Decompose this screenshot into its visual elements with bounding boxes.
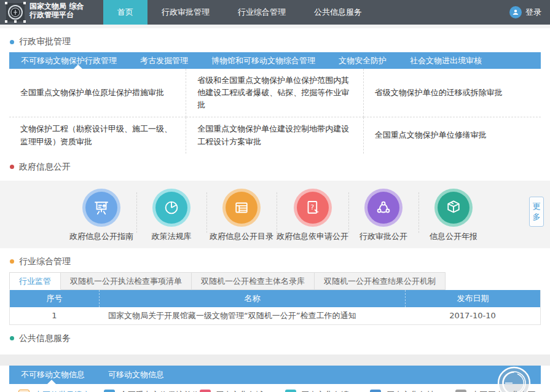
legend-label: 历史文化名镇 [301, 390, 349, 392]
approval-tab-entry-exit[interactable]: 社会文物进出境审核 [398, 52, 493, 69]
gov-info-item-approval-open[interactable]: 行政审批公开 [348, 189, 418, 242]
industry-section-title: 行业综合管理 [19, 256, 71, 267]
approval-items-grid: 全国重点文物保护单位原址保护措施审批 省级和全国重点文物保护单位保护范围内其他建… [9, 69, 541, 154]
more-button[interactable]: 更多 [529, 197, 544, 227]
city-icon: ▣ [200, 390, 211, 392]
public-service-section-header: 公共信息服务 [0, 325, 550, 349]
gov-info-label: 政府信息公开目录 [210, 231, 273, 242]
gov-info-label: 政府信息公开指南 [69, 231, 133, 242]
red-dot-icon [10, 165, 14, 169]
historic-block-icon: ▦ [455, 390, 466, 392]
login-label: 登录 [525, 7, 541, 18]
legend-key-protected-sites[interactable]: ★ 全国重点文物保护单位 [104, 390, 200, 392]
active-tab-indicator [74, 65, 82, 69]
cube-box-icon [438, 192, 469, 224]
nav-item-industry[interactable]: 行业综合管理 [224, 0, 300, 25]
presentation-board-icon [85, 192, 117, 224]
approval-tab-safety[interactable]: 文物安全防护 [327, 52, 398, 69]
gov-info-section-header: 政府信息公开 [0, 154, 550, 178]
nav-item-public-service[interactable]: 公共信息服务 [300, 0, 376, 25]
column-header-no: 序号 [10, 293, 99, 304]
industry-tab-inspection-list[interactable]: 双随机一公开执法检查事项清单 [61, 272, 192, 290]
gov-info-item-guide[interactable]: 政府信息公开指南 [66, 189, 136, 242]
pie-chart-icon [155, 192, 187, 224]
gov-info-label: 政府信息依申请公开 [277, 231, 348, 242]
share-network-icon [367, 192, 399, 224]
gov-info-label: 信息公开年报 [430, 231, 477, 242]
main-nav: 首页 行政审批管理 行业综合管理 公共信息服务 [103, 0, 376, 25]
legend-historic-village[interactable]: ▲ 历史文化名村 [370, 390, 455, 392]
green-dot-icon [10, 336, 14, 340]
heritage-house-icon: ⌂ [18, 390, 29, 392]
row-notice-title[interactable]: 国家文物局关于开展馆藏一级文物管理“双随机一公开”检查工作的通知 [99, 310, 405, 321]
industry-tab-supervision[interactable]: 行业监管 [9, 272, 61, 290]
approval-item[interactable]: 全国重点文物保护单位建设控制地带内建设工程设计方案审批 [186, 117, 363, 153]
approval-tab-archaeology[interactable]: 考古发掘管理 [128, 52, 200, 69]
approval-tab-museum[interactable]: 博物馆和可移动文物综合管理 [200, 52, 327, 69]
legend-label: 历史文化名村 [386, 390, 434, 392]
column-header-name: 名称 [99, 290, 405, 307]
gov-info-item-policy[interactable]: 政策法规库 [136, 189, 206, 242]
site-logo [6, 3, 25, 22]
column-header-date: 发布日期 [405, 290, 540, 307]
gov-info-item-annual-report[interactable]: 信息公开年报 [418, 189, 489, 242]
star-icon: ★ [104, 390, 115, 392]
gov-info-icon-row: 政府信息公开指南 政策法规库 政府信息公开目录 ? [66, 189, 489, 242]
gov-info-label: 政策法规库 [152, 231, 192, 242]
gov-info-label: 行政审批公开 [359, 231, 407, 242]
user-avatar-icon [509, 6, 522, 18]
approval-section-title: 行政审批管理 [19, 36, 71, 47]
legend-label: 中国的世界遗产 [34, 390, 90, 392]
industry-tabbar: 行业监管 双随机一公开执法检查事项清单 双随机一公开检查主体名录库 双随机一公开… [9, 272, 541, 290]
approval-item[interactable]: 全国重点文物保护单位修缮审批 [364, 117, 541, 153]
approval-tab-immovable[interactable]: 不可移动文物保护行政管理 [9, 52, 128, 69]
public-service-section-title: 公共信息服务 [19, 333, 71, 344]
site-title-line1: 国家文物局 [29, 2, 66, 10]
orange-dot-icon [10, 259, 14, 264]
legend-label: 历史文化名城 [216, 390, 264, 392]
top-navbar: 国家文物局 综合行政管理平台 首页 行政审批管理 行业综合管理 公共信息服务 登… [0, 0, 550, 25]
nav-item-home[interactable]: 首页 [103, 0, 147, 25]
public-service-divider [0, 355, 550, 366]
public-service-tabbar: 不可移动文物信息 可移动文物信息 [9, 366, 541, 384]
legend-historic-city[interactable]: ▣ 历史文化名城 [200, 390, 285, 392]
approval-item[interactable]: 省级和全国重点文物保护单位保护范围内其他建设工程或者爆破、钻探、挖掘等作业审批 [186, 69, 363, 117]
gov-info-item-request[interactable]: ? 政府信息依申请公开 [277, 189, 348, 242]
approval-item[interactable]: 全国重点文物保护单位原址保护措施审批 [9, 69, 186, 117]
industry-table: 序号 名称 发布日期 1 国家文物局关于开展馆藏一级文物管理“双随机一公开”检查… [9, 290, 541, 325]
legend-label: 全国重点文物保护单位 [120, 390, 200, 392]
table-grid-icon [226, 192, 257, 224]
document-question-icon: ? [297, 192, 329, 224]
map-legend: ⌂ 中国的世界遗产 ★ 全国重点文物保护单位 ▣ 历史文化名城 ▤ 历史文化名镇… [9, 384, 541, 392]
village-triangle-icon: ▲ [370, 390, 381, 392]
emblem-logo-icon [6, 3, 25, 22]
approval-tabbar: 不可移动文物保护行政管理 考古发掘管理 博物馆和可移动文物综合管理 文物安全防护… [9, 52, 541, 69]
approval-item[interactable]: 文物保护工程（勘察设计甲级、施工一级、监理甲级）资质审批 [9, 117, 186, 153]
site-title: 国家文物局 综合行政管理平台 [29, 0, 86, 25]
login-button[interactable]: 登录 [509, 0, 550, 25]
industry-tab-result-mechanism[interactable]: 双随机一公开检查结果公开机制 [315, 272, 446, 290]
approval-item[interactable]: 省级文物保护单位的迁移或拆除审批 [364, 69, 541, 117]
industry-section-header: 行业综合管理 [0, 248, 550, 272]
ps-tab-movable[interactable]: 可移动文物信息 [96, 366, 176, 384]
industry-tab-subject-directory[interactable]: 双随机一公开检查主体名录库 [192, 272, 315, 290]
table-row[interactable]: 1 国家文物局关于开展馆藏一级文物管理“双随机一公开”检查工作的通知 2017-… [10, 307, 540, 324]
svg-text:?: ? [310, 203, 314, 211]
approval-section-header: 行政审批管理 [0, 28, 550, 52]
legend-world-heritage[interactable]: ⌂ 中国的世界遗产 [18, 390, 104, 392]
nav-item-approval[interactable]: 行政审批管理 [147, 0, 224, 25]
town-icon: ▤ [285, 390, 296, 392]
globe-emblem-icon [497, 366, 531, 392]
gov-info-panel: 政府信息公开指南 政策法规库 政府信息公开目录 ? [0, 181, 550, 248]
gov-info-section-title: 政府信息公开 [19, 162, 71, 173]
gov-info-item-directory[interactable]: 政府信息公开目录 [206, 189, 277, 242]
blue-dot-icon [10, 40, 14, 44]
legend-historic-town[interactable]: ▤ 历史文化名镇 [285, 390, 371, 392]
row-number: 1 [10, 311, 99, 320]
industry-table-header: 序号 名称 发布日期 [10, 290, 540, 307]
active-tab-indicator [47, 380, 56, 384]
row-publish-date: 2017-10-10 [405, 311, 540, 320]
